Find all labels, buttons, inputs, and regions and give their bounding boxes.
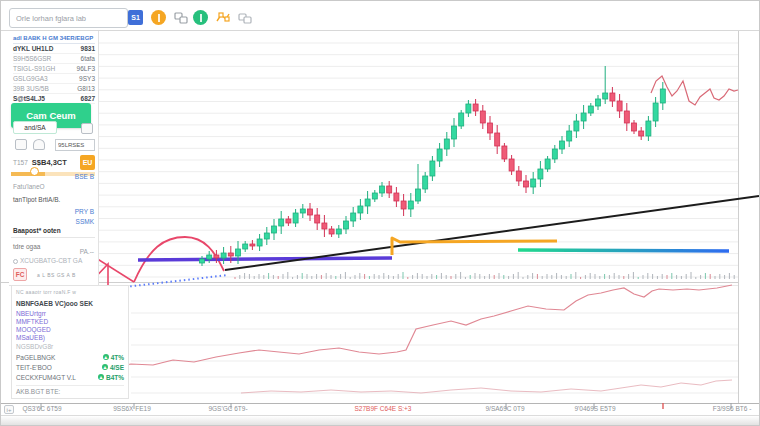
candlestick <box>560 141 565 149</box>
axis-label: 9'0469S E5T9 <box>575 405 616 412</box>
fc-badge[interactable]: FC <box>13 268 27 281</box>
watchlist-row-value: G8I13 <box>77 85 95 92</box>
candlestick <box>646 121 651 136</box>
radio-icon[interactable] <box>13 259 18 264</box>
tool-icon[interactable] <box>15 139 27 150</box>
indicator-pink-line <box>89 285 732 370</box>
indicator-stat-row: CECKXFUM4GT V.L ▲B4T% <box>16 372 124 382</box>
axis-label: 9/SA69C 0T9 <box>485 405 524 412</box>
axis-home-icon[interactable]: i+ <box>4 405 14 414</box>
candlestick <box>394 193 399 201</box>
cup-icon[interactable] <box>33 139 45 150</box>
candlestick <box>639 131 644 136</box>
link-ssmk[interactable]: SSMK <box>76 218 94 225</box>
candlestick <box>502 146 507 159</box>
watchlist-row[interactable]: dYKL UH1LD 9831 <box>13 44 95 54</box>
row-tdre: tdre ogaa <box>13 243 40 250</box>
candlestick <box>552 149 557 159</box>
tab-pin-icon[interactable] <box>30 167 39 176</box>
indicator-title: NBNFGAEB VC)ooo SEK <box>16 300 93 307</box>
candlestick <box>243 244 248 249</box>
candlestick <box>660 89 665 103</box>
watchlist-row[interactable]: TSIGL-S91GH 96LF3 <box>13 64 95 74</box>
watchlist-header[interactable]: adl BABK H GM 34ER/EBGP <box>13 35 95 44</box>
candlestick <box>488 123 493 133</box>
indicator-footer: AKB.BGT BTE: <box>16 385 124 395</box>
indicator-muted: NGSBDvG8r <box>16 343 53 350</box>
coin-slot <box>200 14 202 22</box>
indicator-link[interactable]: MOOQGED <box>16 326 51 334</box>
indicator-header: NC aaaotr torr roaN.F w <box>16 289 76 295</box>
active-tab-indicator <box>11 172 45 176</box>
watchlist-row-value: 6tafa <box>81 55 95 62</box>
indicator-stat-row: PaGELBNGK ▲4T% <box>16 352 124 362</box>
link-bse[interactable]: BSE B <box>75 173 94 180</box>
link-pry[interactable]: PRY B <box>75 208 94 215</box>
watchlist-row-label: TSIGL-S91GH <box>13 65 55 72</box>
indicator-panel: NC aaaotr torr roaN.F w NBNFGAEB VC)ooo … <box>11 285 129 399</box>
candlestick <box>495 133 500 146</box>
candlestick <box>300 209 305 213</box>
candlestick <box>221 253 226 258</box>
candlestick <box>329 229 334 234</box>
order-quantity-input[interactable] <box>55 139 95 151</box>
watchlist-rows: dYKL UH1LD 9831S9H5S6GSR 6tafaTSIGL-S91G… <box>13 44 95 104</box>
candlestick <box>603 93 608 99</box>
candlestick <box>452 126 457 139</box>
buy-sub-button[interactable]: and/SA <box>13 121 57 134</box>
stat-badge: ▲B4T% <box>98 374 124 381</box>
candlestick <box>617 101 622 111</box>
candlestick <box>365 199 370 206</box>
price-row: T157 S$B4,3CT EU <box>13 154 95 170</box>
route-orange-icon[interactable] <box>215 10 230 25</box>
candlestick <box>531 179 536 187</box>
candlestick <box>581 113 586 121</box>
candlestick <box>459 113 464 126</box>
indicator-link[interactable]: NBEUrtgrr <box>16 310 51 318</box>
eu-button[interactable]: EU <box>80 155 95 170</box>
watchlist-row[interactable]: S9H5S6GSR 6tafa <box>13 54 95 64</box>
candlestick <box>228 253 233 256</box>
indicator-link[interactable]: MSaUEB) <box>16 334 51 342</box>
candlestick <box>416 189 421 201</box>
candlestick <box>538 169 543 179</box>
radio-row[interactable]: XCUGBATG-CBT GA <box>13 257 82 264</box>
watchlist-row[interactable]: GSLG9GA3 9SY3 <box>13 74 95 84</box>
stat-badge: ▲4/SE <box>102 364 124 371</box>
stat-badge: ▲4T% <box>103 354 124 361</box>
candlestick <box>279 219 284 226</box>
divider <box>11 237 95 238</box>
coin-slot <box>158 14 160 22</box>
candlestick <box>588 106 593 113</box>
flow-grey-icon[interactable] <box>173 10 188 25</box>
candlestick <box>509 159 514 171</box>
candlestick <box>653 103 658 121</box>
candlestick <box>207 255 212 259</box>
candlestick <box>437 149 442 161</box>
search-input[interactable] <box>9 8 128 28</box>
price-value: S$B4,3CT <box>32 158 67 167</box>
coin-orange-icon[interactable] <box>151 10 166 25</box>
flow-grey2-icon[interactable] <box>237 10 252 25</box>
axis-label: S27B9F C64E S:+3 <box>355 405 412 412</box>
watchlist-row-label: S9H5S6GSR <box>13 55 51 62</box>
candlestick <box>610 93 615 101</box>
candlestick <box>466 104 471 113</box>
watchlist-row-label: GSLG9GA3 <box>13 75 48 82</box>
axis-label: F3/9S6 BT6 - <box>713 405 752 412</box>
candlestick <box>214 255 219 258</box>
watchlist-row[interactable]: 39B 3US/5B G8I13 <box>13 84 95 94</box>
candlestick <box>545 159 550 169</box>
coin-green-icon[interactable] <box>193 10 208 25</box>
candlestick <box>380 186 385 193</box>
candlestick <box>574 121 579 131</box>
up-arrow-icon: ▲ <box>102 364 108 370</box>
candlestick <box>480 111 485 123</box>
candlestick <box>596 99 601 106</box>
axis-label: 9GS'GC 6T9- <box>208 405 247 412</box>
indicator-faint-line <box>241 380 732 393</box>
window-icon[interactable] <box>81 123 93 134</box>
stat-label: TEIT-E'BOO <box>16 364 102 371</box>
indicator-link[interactable]: MMFTKED <box>16 318 51 326</box>
s1-badge-icon[interactable]: S1 <box>128 10 143 25</box>
